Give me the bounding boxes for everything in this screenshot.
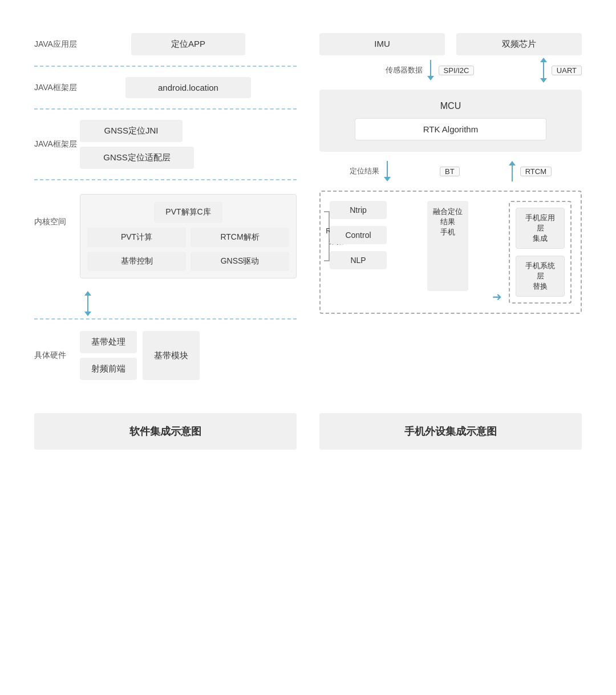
fusion-result-box: 融合定位 结果 手机 (427, 201, 468, 291)
uart-area: UART (479, 58, 582, 83)
uart-shaft (543, 62, 544, 78)
uart-arrow (540, 58, 547, 83)
arrow-shaft-spi (430, 60, 431, 76)
imu-box: IMU (319, 33, 445, 55)
arrow-tip-rtcm (509, 161, 516, 165)
phone-sys-layer-box: 手机系统层 替换 (516, 256, 565, 297)
phone-app-layer-box: 手机应用层 集成 (516, 208, 565, 249)
fusion-arrow-wrap: ➜ (394, 296, 502, 304)
arrow-shaft-rtcm (512, 165, 513, 181)
java-app-content: 定位APP (80, 33, 297, 55)
hardware-content: 基带处理 射频前端 基带模块 (80, 331, 297, 380)
arrow-shaft-pos (387, 161, 388, 177)
gnss-jni-box: GNSS定位JNI (80, 120, 183, 142)
position-result-area: 定位结果 (350, 161, 391, 181)
baseband-module-wrap: 基带模块 (143, 331, 200, 380)
right-arrow-icon: ➜ (492, 290, 502, 304)
ext-right-col: 手机应用层 集成 手机系统层 替换 (509, 201, 572, 304)
dual-freq-box: 双频芯片 (456, 33, 582, 55)
hardware-row: 具体硬件 基带处理 射频前端 基带模块 (34, 320, 297, 390)
hardware-label: 具体硬件 (34, 350, 80, 361)
kernel-row-2: PVT计算 RTCM解析 (87, 228, 289, 247)
left-panel: JAVA应用层 定位APP JAVA框架层 android.location J… (34, 23, 297, 390)
rtcm-parse-box: RTCM解析 (191, 228, 289, 247)
hardware-inner: 基带处理 射频前端 基带模块 (80, 331, 297, 380)
main-container: JAVA应用层 定位APP JAVA框架层 android.location J… (34, 23, 582, 390)
pvt-calc-box: PVT计算 (87, 228, 186, 247)
nlp-box: NLP (330, 251, 387, 269)
java-fw-label1: JAVA框架层 (34, 83, 80, 93)
rtcm-label: RTCM (520, 167, 552, 176)
kernel-row-3: 基带控制 GNSS驱动 (87, 252, 289, 271)
phone-peripheral-diagram-label: 手机外设集成示意图 (319, 413, 582, 450)
uart-tip-up (540, 58, 547, 62)
rtcm-up-arrow (509, 161, 516, 181)
hardware-left: 基带处理 射频前端 (80, 331, 137, 380)
position-down-arrow (384, 161, 391, 181)
uart-arrow-area (540, 58, 547, 83)
bt-label: BT (440, 167, 460, 176)
bottom-labels: 软件集成示意图 手机外设集成示意图 (34, 413, 582, 450)
arrow-shaft (87, 296, 88, 312)
right-panel: IMU 双频芯片 传感器数据 SPI/I2C (319, 23, 582, 390)
mcu-label: MCU (440, 101, 461, 111)
positioning-app-box: 定位APP (131, 33, 245, 55)
kernel-box: PVT解算C库 PVT计算 RTCM解析 基带控制 GNSS驱动 (80, 194, 297, 278)
rf-frontend-box: 射频前端 (80, 358, 137, 380)
right-spacer (319, 314, 582, 390)
bt-rtcm-row: 定位结果 BT RTCM (319, 156, 582, 186)
spi-protocol-label: SPI/I2C (439, 66, 475, 75)
kernel-label: 内核空间 (34, 194, 80, 227)
control-box: Control (330, 226, 387, 244)
pvt-c-box: PVT解算C库 (154, 201, 222, 223)
ntrip-box: Ntrip (330, 201, 387, 219)
gnss-driver-box: GNSS驱动 (191, 252, 289, 271)
ext-left-col: Ntrip Control NLP (330, 201, 387, 304)
java-app-row: JAVA应用层 定位APP (34, 23, 297, 66)
ext-mid-col: 融合定位 结果 手机 ➜ (394, 201, 502, 304)
spi-down-arrow (427, 60, 434, 80)
java-fw-row2: JAVA框架层 GNSS定位JNI GNSS定位适配层 (34, 110, 297, 179)
uart-tip-down (540, 78, 547, 83)
rtk-algorithm-box: RTK Algorithm (355, 118, 546, 140)
uart-label: UART (552, 66, 582, 75)
arrow-tip-spi (427, 76, 434, 80)
right-top-row: IMU 双频芯片 (319, 23, 582, 55)
mcu-box: MCU RTK Algorithm (319, 90, 582, 152)
kernel-wrapper: PVT解算C库 PVT计算 RTCM解析 基带控制 GNSS驱动 (80, 194, 297, 278)
arrow-tip-pos (384, 177, 391, 181)
baseband-proc-box: 基带处理 (80, 331, 137, 353)
java-fw-content1: android.location (80, 77, 297, 98)
sensor-data-label: 传感器数据 (319, 65, 427, 75)
position-result-label: 定位结果 (350, 166, 379, 176)
gnss-adapter-box: GNSS定位适配层 (80, 147, 194, 169)
ext-device-box: Ntrip Control NLP 融合定位 结果 手机 ➜ 手机应用层 集成 … (319, 191, 582, 314)
java-fw-label2: JAVA框架层 (34, 139, 80, 149)
arrow-down-tip (84, 312, 91, 316)
arrow-up-tip (84, 291, 91, 296)
software-diagram-label: 软件集成示意图 (34, 413, 297, 450)
bidirectional-arrow (84, 291, 91, 316)
java-fw-content2: GNSS定位JNI GNSS定位适配层 (80, 120, 297, 169)
kernel-row: 内核空间 PVT解算C库 PVT计算 RTCM解析 基带控制 GNSS驱动 (34, 180, 297, 289)
baseband-ctrl-box: 基带控制 (87, 252, 186, 271)
android-location-box: android.location (125, 77, 251, 98)
java-app-label: JAVA应用层 (34, 39, 80, 50)
spi-row: 传感器数据 SPI/I2C UART (319, 55, 582, 85)
spi-arrow-area (427, 60, 434, 80)
baseband-module-box: 基带模块 (143, 331, 200, 380)
kernel-hardware-arrow (34, 289, 297, 318)
java-fw-row1: JAVA框架层 android.location (34, 67, 297, 108)
rtcm-area: RTCM (509, 161, 552, 181)
